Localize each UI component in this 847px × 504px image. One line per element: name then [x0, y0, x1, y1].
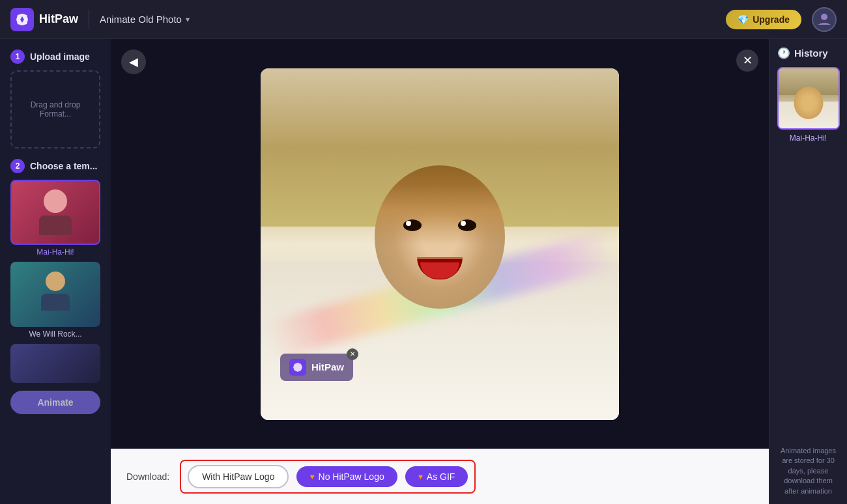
- close-button[interactable]: ✕: [736, 49, 758, 72]
- history-title: History: [794, 48, 828, 59]
- history-header: 🕐 History: [777, 47, 839, 59]
- logo-icon: [10, 8, 34, 31]
- close-icon: ✕: [743, 53, 753, 68]
- main-layout: 1 Upload image Drag and drop Format... 2…: [0, 39, 847, 504]
- template-thumbnail-1: [10, 180, 100, 245]
- watermark-close-button[interactable]: ✕: [347, 348, 358, 360]
- upgrade-label: Upgrade: [753, 14, 790, 25]
- template-head-1: [44, 189, 67, 213]
- watermark-logo: [289, 359, 306, 376]
- upload-format-text: Format...: [40, 109, 71, 119]
- template-thumbnail-3: [10, 344, 100, 383]
- modal-overlay: ◀ ✕: [111, 39, 769, 504]
- modal-image-area: HitPaw ✕: [111, 39, 769, 449]
- logo-area: HitPaw: [10, 8, 78, 31]
- upload-box[interactable]: Drag and drop Format...: [10, 70, 100, 148]
- face-features: [375, 165, 505, 309]
- template-item-3[interactable]: [10, 344, 100, 383]
- gif-heart-icon: ♥: [418, 472, 423, 481]
- animate-button[interactable]: Animate: [10, 391, 100, 414]
- no-logo-label: No HitPaw Logo: [319, 471, 384, 482]
- gif-label: As GIF: [427, 471, 455, 482]
- gem-icon: 💎: [738, 14, 749, 25]
- download-bar: Download: With HitPaw Logo ♥ No HitPaw L…: [111, 449, 769, 504]
- template-thumbnail-2: [10, 262, 100, 327]
- history-item-name: Mai-Ha-Hi!: [777, 133, 839, 143]
- left-sidebar: 1 Upload image Drag and drop Format... 2…: [0, 39, 111, 504]
- download-no-logo-button[interactable]: ♥ No HitPaw Logo: [296, 466, 397, 487]
- center-area: ◀ ✕: [111, 39, 769, 504]
- template-grid: Mai-Ha-Hi! We Will Rock...: [10, 180, 100, 383]
- hair: [375, 165, 505, 245]
- thumb-face: [794, 87, 824, 119]
- template-person-1: [36, 189, 75, 235]
- history-icon: 🕐: [777, 47, 790, 59]
- template-body-1: [39, 216, 72, 235]
- template-name-2: We Will Rock...: [10, 329, 100, 339]
- back-icon: ◀: [129, 55, 138, 69]
- eye-left: [403, 219, 422, 231]
- download-actions: With HitPaw Logo ♥ No HitPaw Logo ♥ As G…: [180, 460, 476, 494]
- upgrade-button[interactable]: 💎 Upgrade: [726, 10, 801, 29]
- history-thumbnail[interactable]: [777, 67, 840, 130]
- template-item-2[interactable]: We Will Rock...: [10, 262, 100, 339]
- feature-dropdown[interactable]: Animate Old Photo ▾: [100, 14, 190, 25]
- download-gif-button[interactable]: ♥ As GIF: [405, 466, 468, 487]
- template-person-2: [36, 272, 75, 317]
- template-name-1: Mai-Ha-Hi!: [10, 247, 100, 257]
- step2-text: Choose a tem...: [30, 161, 97, 171]
- watermark: HitPaw ✕: [280, 354, 353, 381]
- right-sidebar: 🕐 History Mai-Ha-Hi! Animated images are…: [769, 39, 847, 504]
- step1-text: Upload image: [30, 51, 90, 62]
- template-item-1[interactable]: Mai-Ha-Hi!: [10, 180, 100, 257]
- history-note: Animated images are stored for 30 days, …: [777, 446, 839, 496]
- avatar[interactable]: [812, 7, 837, 32]
- nav-divider: [89, 10, 89, 29]
- upload-drag-text: Drag and drop: [31, 100, 81, 109]
- step1-number: 1: [10, 49, 25, 64]
- step2-label: 2 Choose a tem...: [10, 159, 100, 173]
- back-button[interactable]: ◀: [121, 49, 146, 74]
- step1-label: 1 Upload image: [10, 49, 100, 64]
- svg-point-0: [821, 14, 827, 20]
- template-body-2: [41, 294, 70, 311]
- download-with-logo-button[interactable]: With HitPaw Logo: [188, 465, 289, 488]
- thumb-inner: [779, 68, 839, 128]
- modal-image-container: HitPaw ✕: [261, 68, 619, 420]
- feature-name: Animate Old Photo: [100, 14, 182, 25]
- chevron-down-icon: ▾: [186, 15, 190, 24]
- step2-number: 2: [10, 159, 25, 173]
- eye-right: [458, 219, 476, 231]
- download-label: Download:: [126, 471, 169, 482]
- mouth: [417, 257, 463, 280]
- watermark-text: HitPaw: [311, 361, 344, 372]
- watermark-close-icon: ✕: [350, 350, 355, 357]
- template-head-2: [46, 272, 65, 291]
- animated-photo: HitPaw ✕: [261, 68, 619, 420]
- logo-text: HitPaw: [39, 12, 78, 26]
- top-navigation: HitPaw Animate Old Photo ▾ 💎 Upgrade: [0, 0, 847, 39]
- animated-face: [375, 165, 505, 309]
- modal-content: ◀ ✕: [111, 39, 769, 504]
- heart-icon: ♥: [309, 472, 314, 481]
